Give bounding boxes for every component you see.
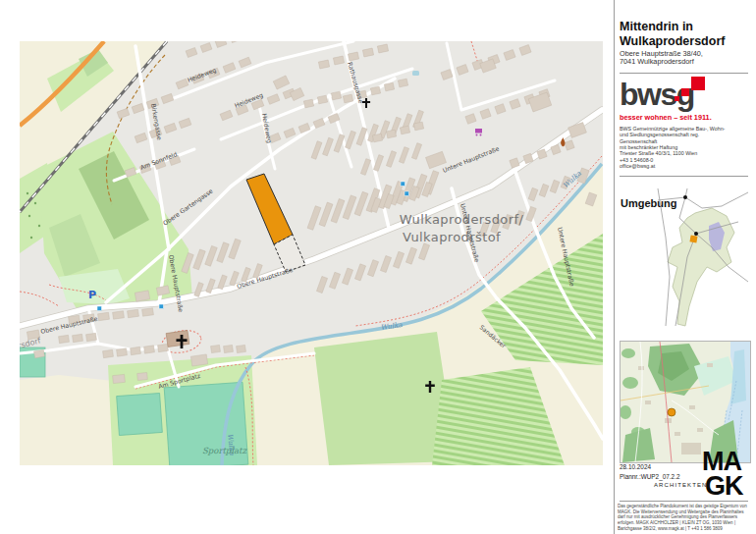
bwsg-tagline: besser wohnen – seit 1911. bbox=[620, 113, 712, 122]
bwsg-logo-square-large bbox=[691, 77, 705, 90]
project-title: Mittendrin in Wulkaprodersdorf bbox=[620, 20, 725, 49]
parking-icon: P bbox=[88, 289, 96, 301]
site-location-dot bbox=[694, 232, 698, 236]
plan-document-page: P Wulkaprodersdorf/ Vulkaprodrštof Obere… bbox=[0, 0, 756, 534]
company-info: BWS Gemeinnützige allgemeine Bau-, Wohn-… bbox=[620, 126, 725, 169]
sidebar-divider bbox=[614, 0, 615, 534]
region-overview-map bbox=[620, 341, 751, 463]
bwsg-logo-square-small bbox=[675, 96, 679, 101]
divider-line bbox=[620, 176, 748, 177]
bwsg-logo-square-medium bbox=[681, 88, 689, 96]
church-building bbox=[166, 331, 189, 347]
pond bbox=[412, 71, 419, 76]
place-name-line1: Wulkaprodersdorf/ bbox=[400, 212, 524, 227]
site-marker bbox=[689, 235, 697, 242]
road-junction-dot bbox=[683, 195, 687, 199]
site-marker bbox=[668, 408, 675, 416]
place-name-line2: Vulkaprodrštof bbox=[403, 230, 501, 244]
divider-line bbox=[620, 73, 748, 74]
copyright-disclaimer: Das gegenständliche Plandokument ist das… bbox=[618, 504, 751, 531]
umgebung-map bbox=[628, 188, 751, 331]
magk-architekten-label: ARCHITEKTEN bbox=[654, 482, 707, 488]
plan-number: Plannr.:WUP2_07.2.2 bbox=[620, 473, 679, 480]
project-address: Obere Hauptstraße 38/40, 7041 Wulkaprode… bbox=[620, 50, 703, 67]
main-map: P Wulkaprodersdorf/ Vulkaprodrštof Obere… bbox=[20, 41, 603, 465]
divider-line bbox=[620, 501, 748, 502]
sportplatz-label: Sportplatz bbox=[202, 446, 248, 455]
plan-date: 28.10.2024 bbox=[620, 463, 651, 470]
magk-logo: GK bbox=[705, 474, 743, 499]
